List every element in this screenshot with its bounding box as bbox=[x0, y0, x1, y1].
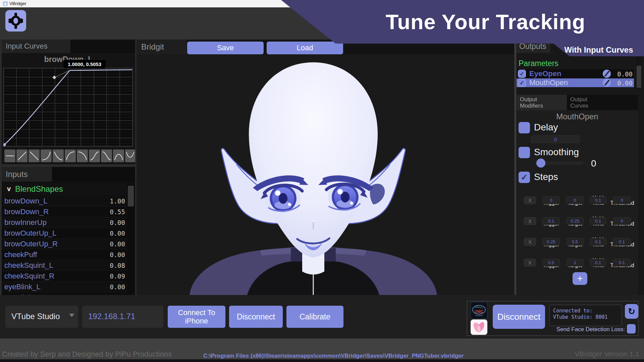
remove-step-button[interactable]: X bbox=[524, 238, 536, 246]
app-icon bbox=[3, 1, 8, 6]
tracker-connection-panel: VMCProtocol Disconnect Connected to: VTu… bbox=[467, 301, 639, 336]
smoothing-value: 0 bbox=[591, 158, 596, 169]
params-scrollbar[interactable] bbox=[636, 54, 642, 90]
check-icon: ✓ bbox=[520, 71, 524, 77]
target-app-select[interactable]: VTube Studio bbox=[5, 306, 78, 328]
curve-handle bbox=[52, 75, 56, 79]
avatar-canvas[interactable] bbox=[137, 54, 514, 295]
tracker-disconnect-button[interactable]: Disconnect bbox=[493, 305, 545, 329]
trigger-input[interactable]: 0.5 bbox=[542, 259, 560, 266]
param-row-eyeopen[interactable]: ✓ EyeOpen 0.00 bbox=[517, 69, 634, 78]
ip-address-input[interactable]: 192.168.1.71 bbox=[82, 306, 163, 328]
footer-strip bbox=[0, 359, 644, 362]
input-curves-panel: Input Curves browDown_L 1.0000, 0.5053 bbox=[2, 40, 135, 164]
status-line2: VTube Studio: 8001 bbox=[553, 314, 618, 320]
curve-presets bbox=[2, 149, 135, 163]
list-item[interactable]: cheekPuff0.00 bbox=[2, 249, 126, 260]
list-item[interactable]: eyeBlink_L0.00 bbox=[2, 282, 126, 292]
smoothing-slider-thumb[interactable] bbox=[536, 159, 545, 168]
blendshapes-list: browDown_L1.00 browDown_R0.55 browInnerU… bbox=[2, 196, 126, 295]
param-checkbox[interactable]: ✓ bbox=[518, 79, 526, 87]
param-checkbox[interactable]: ✓ bbox=[518, 70, 526, 78]
param-row-mouthopen[interactable]: ✓ MouthOpen 0.00 bbox=[517, 78, 634, 87]
collapse-chevron-icon[interactable]: v bbox=[7, 185, 11, 193]
smoothing-slider[interactable] bbox=[536, 162, 583, 165]
target-input[interactable]: 0.5 bbox=[566, 238, 584, 246]
curve-preset-s-curve-down[interactable] bbox=[101, 149, 112, 162]
tab-output-curves[interactable]: Output Curves bbox=[567, 95, 638, 110]
disconnect-button[interactable]: Disconnect bbox=[229, 306, 283, 328]
delay-input[interactable]: 0 bbox=[531, 135, 580, 143]
connect-iphone-button[interactable]: Connect To iPhone bbox=[168, 306, 225, 328]
curve-preset-ease-out-up[interactable] bbox=[65, 149, 76, 162]
steps-icon[interactable] bbox=[602, 78, 611, 87]
pipu-thumbnail[interactable] bbox=[471, 319, 487, 335]
list-item[interactable]: browOuterUp_L0.00 bbox=[2, 228, 126, 239]
vmc-protocol-thumbnail[interactable]: VMCProtocol bbox=[471, 302, 487, 319]
curve-editor[interactable] bbox=[3, 68, 133, 147]
curve-preset-flat-line[interactable] bbox=[4, 149, 15, 162]
tab-inputs[interactable]: Inputs bbox=[2, 167, 52, 182]
target-input[interactable]: 1 bbox=[566, 259, 584, 266]
panel-scrollbar[interactable] bbox=[515, 40, 516, 295]
list-item[interactable]: browDown_L1.00 bbox=[2, 196, 126, 206]
connection-status-box: Connected to: VTube Studio: 8001 bbox=[549, 305, 622, 326]
params-scrollbar-thumb[interactable] bbox=[637, 66, 641, 88]
curve-preset-ease-in-up[interactable] bbox=[41, 149, 52, 162]
save-file-path: C:\Program Files (x86)\Steam\steamapps\c… bbox=[203, 353, 464, 359]
curve-preset-linear-down[interactable] bbox=[29, 149, 40, 162]
list-item[interactable]: browOuterUp_R0.00 bbox=[2, 239, 126, 249]
delay-checkbox[interactable]: ✓ bbox=[519, 122, 530, 133]
tab-input-curves[interactable]: Input Curves bbox=[2, 40, 70, 53]
save-button[interactable]: Save bbox=[187, 42, 264, 54]
steps-icon[interactable] bbox=[602, 69, 611, 78]
list-item[interactable]: cheekSquint_R0.09 bbox=[2, 271, 126, 282]
face-loss-checkbox[interactable]: ✓ bbox=[627, 324, 636, 334]
curve-preset-ease-out-down[interactable] bbox=[77, 149, 88, 162]
hold-time-input[interactable]: 0.1 bbox=[590, 238, 606, 246]
hold-time-input[interactable]: 0.1 bbox=[590, 259, 606, 266]
target-input[interactable]: 0 bbox=[566, 196, 584, 204]
list-item[interactable]: eyeBlink_R0.00 bbox=[2, 292, 126, 295]
inputs-scrollbar[interactable] bbox=[127, 184, 135, 294]
tab-bridgit[interactable]: Bridgit bbox=[137, 40, 187, 54]
curve-preset-linear-up[interactable] bbox=[16, 149, 28, 162]
curve-preset-ease-in-down[interactable] bbox=[53, 149, 64, 162]
steps-row-group: Trigger Target Hold Time Threshold X 0.1… bbox=[517, 206, 644, 226]
threshold-input[interactable]: 0.1 bbox=[613, 259, 631, 266]
list-item[interactable]: browInnerUp0.00 bbox=[2, 217, 126, 228]
curve-preset-bell-curve[interactable] bbox=[113, 149, 124, 162]
steps-row-group: Trigger Target Hold Time Threshold X 0.2… bbox=[517, 227, 644, 247]
trigger-input[interactable]: 0 bbox=[542, 196, 560, 204]
list-item[interactable]: cheekSquint_L0.08 bbox=[2, 260, 126, 271]
refresh-button[interactable]: ↻ bbox=[625, 304, 638, 319]
steps-checkbox[interactable]: ✓ bbox=[519, 172, 530, 183]
trigger-input[interactable]: 0.1 bbox=[542, 217, 560, 225]
threshold-input[interactable]: 0.1 bbox=[613, 238, 631, 246]
smoothing-checkbox[interactable]: ✓ bbox=[519, 147, 530, 158]
inputs-scrollbar-thumb[interactable] bbox=[128, 186, 134, 206]
load-button[interactable]: Load bbox=[267, 42, 343, 54]
blendshapes-group-header[interactable]: v BlendShapes bbox=[2, 184, 126, 195]
version-label: VBridger Version 1.1 bbox=[575, 350, 639, 358]
window-title: VBridger bbox=[9, 1, 26, 6]
remove-step-button[interactable]: X bbox=[524, 196, 536, 204]
calibrate-button[interactable]: Calibrate bbox=[286, 306, 343, 328]
trigger-input[interactable]: 0.25 bbox=[542, 238, 560, 246]
remove-step-button[interactable]: X bbox=[524, 217, 536, 225]
threshold-input[interactable]: 0 bbox=[613, 196, 631, 204]
selected-param-label: MouthOpen bbox=[517, 112, 638, 121]
hold-time-input[interactable]: 0.1 bbox=[590, 217, 606, 225]
tab-output-modifiers[interactable]: Output Modifiers bbox=[517, 95, 567, 110]
hold-time-input[interactable]: 0.1 bbox=[590, 196, 606, 204]
steps-label: Steps bbox=[534, 172, 558, 182]
add-step-button[interactable]: + bbox=[573, 272, 587, 285]
status-line1: Connected to: bbox=[553, 308, 618, 314]
remove-step-button[interactable]: X bbox=[524, 259, 536, 266]
threshold-input[interactable]: 0 bbox=[613, 217, 631, 225]
curve-preset-valley-curve[interactable] bbox=[125, 149, 135, 162]
settings-button[interactable] bbox=[5, 10, 26, 32]
curve-preset-s-curve-up[interactable] bbox=[89, 149, 100, 162]
list-item[interactable]: browDown_R0.55 bbox=[2, 206, 126, 217]
target-input[interactable]: 0.25 bbox=[566, 217, 584, 225]
